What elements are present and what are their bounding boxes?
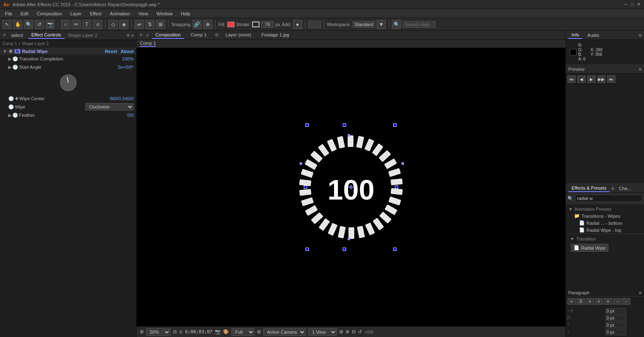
wipe-direction-select[interactable]: Clockwise Counterclockwise: [85, 103, 134, 111]
preview-last-btn[interactable]: ⏭: [607, 75, 615, 83]
stroke-swatch[interactable]: [252, 22, 260, 27]
quality-select[interactable]: Full Half Third: [231, 328, 255, 336]
time-icon[interactable]: ⧖: [179, 329, 183, 335]
workspace-value[interactable]: Standard: [353, 21, 375, 28]
menu-layer[interactable]: Layer: [67, 10, 85, 17]
workspace-dropdown[interactable]: ▼: [377, 20, 386, 29]
effect-reset-btn[interactable]: Reset: [105, 49, 117, 54]
tool-move[interactable]: ✋: [13, 20, 22, 29]
tab-composition[interactable]: Composition: [152, 31, 184, 39]
info-menu-icon[interactable]: ≡: [639, 33, 642, 38]
menu-animation[interactable]: Animation: [106, 10, 133, 17]
grid-icon[interactable]: ⊞: [140, 329, 144, 335]
tab-layer[interactable]: Layer (none): [222, 31, 255, 39]
transition-badge[interactable]: 📄 Radial Wipe: [571, 244, 608, 252]
tool-roto[interactable]: ◈: [119, 20, 128, 29]
effect-vis-icon[interactable]: ◉: [9, 48, 13, 54]
tab-footage[interactable]: Footage 1.jpg: [258, 31, 292, 39]
indent-left-btn[interactable]: ←: [622, 298, 630, 305]
effect-about-btn[interactable]: About: [120, 49, 134, 54]
snapping-toggle[interactable]: 🔗: [192, 20, 202, 29]
tool-camera[interactable]: 📷: [46, 20, 55, 29]
prop-expand-2[interactable]: ▶: [8, 65, 12, 70]
prop-expand-1[interactable]: ▶: [8, 56, 12, 62]
prop-expand-feather[interactable]: ▶: [8, 113, 12, 118]
transitions-wipes-folder[interactable]: 📁 Transitions - Wipes: [566, 212, 644, 219]
color-icon[interactable]: 🎨: [223, 329, 229, 335]
prop-clock-1[interactable]: 🕐: [12, 56, 18, 62]
add-btn[interactable]: ●: [293, 20, 302, 29]
comp-flowchart-icon[interactable]: ⊕: [346, 329, 349, 335]
stroke-value[interactable]: 76: [261, 21, 274, 28]
comp1-tab[interactable]: Comp 1: [140, 41, 156, 47]
space-after-input[interactable]: [606, 329, 626, 335]
tab-info[interactable]: Info: [568, 31, 582, 39]
comp-mini-icon[interactable]: ⊟: [352, 329, 356, 335]
prop-val-transition[interactable]: 100%: [122, 56, 134, 61]
tab-effects-presets[interactable]: Effects & Presets: [568, 185, 610, 192]
comp-close-icon[interactable]: ✕: [139, 32, 143, 38]
close-btn[interactable]: ✕: [637, 2, 641, 7]
panel-menu-icon[interactable]: ≡: [127, 33, 129, 38]
tool-pin[interactable]: ◇: [108, 20, 118, 29]
panel-tab-effect-controls[interactable]: Effect Controls: [28, 31, 65, 39]
panel-close-icon[interactable]: ✕: [2, 32, 6, 38]
prop-clock-2[interactable]: 🕐: [12, 65, 18, 70]
preview-menu-icon[interactable]: ≡: [639, 67, 642, 72]
prop-clock-5[interactable]: 🕐: [12, 113, 18, 118]
space-before-input[interactable]: [606, 322, 626, 328]
tool-align[interactable]: ⇌: [135, 20, 144, 29]
transparency-icon[interactable]: ⊞: [257, 329, 261, 335]
menu-composition[interactable]: Composition: [34, 10, 65, 17]
angle-dial[interactable]: [60, 75, 77, 91]
maximize-btn[interactable]: □: [631, 2, 634, 7]
refresh-icon[interactable]: ↺: [358, 329, 362, 335]
menu-effect[interactable]: Effect: [87, 10, 105, 17]
view-options-icon[interactable]: ⊞: [339, 329, 343, 335]
prop-val-wipecenter[interactable]: 960/0,540/0: [110, 96, 134, 101]
menu-help[interactable]: Help: [178, 10, 194, 17]
menu-file[interactable]: File: [2, 10, 16, 17]
view-select[interactable]: 1 View 2 Views: [308, 328, 337, 336]
snapping-btn2[interactable]: ⊕: [203, 20, 212, 29]
tool-pen[interactable]: ✏: [72, 20, 81, 29]
indent-right-input[interactable]: [606, 308, 626, 314]
justify-all-btn[interactable]: ≡: [604, 298, 612, 305]
tool-dist[interactable]: ⇅: [145, 20, 154, 29]
tool-select[interactable]: ↖: [2, 20, 12, 29]
effects-menu-icon[interactable]: ≡: [611, 186, 614, 191]
tool-3d[interactable]: ⊞: [156, 20, 165, 29]
tool-clone[interactable]: ⎋: [93, 20, 102, 29]
indent-right-btn[interactable]: →: [613, 298, 621, 305]
prop-val-startangle[interactable]: 0x+0/0°: [118, 65, 134, 70]
preview-play-btn[interactable]: ▶: [587, 75, 596, 83]
camera-select[interactable]: Active Camera: [263, 328, 306, 336]
comp-settings-icon[interactable]: ⚙: [215, 32, 219, 38]
radial-bottom-item[interactable]: 📄 Radial ... - bottom: [566, 219, 644, 226]
radial-top-item[interactable]: 📄 Radial Wipe - top: [566, 226, 644, 233]
search-icon[interactable]: 🔍: [392, 20, 401, 29]
panel-expand-icon[interactable]: »: [131, 33, 134, 38]
justify-btn[interactable]: ≡: [595, 298, 603, 305]
align-right-btn[interactable]: ≡: [586, 298, 594, 305]
tool-rotate[interactable]: ↺: [35, 20, 44, 29]
anim-presets-expand[interactable]: ▼: [568, 207, 573, 212]
transition-expand[interactable]: ▼: [570, 236, 574, 241]
align-center-btn[interactable]: ☰: [577, 298, 585, 305]
fill-swatch[interactable]: [227, 22, 235, 27]
preview-next-btn[interactable]: ▶▶: [597, 75, 606, 83]
minimize-btn[interactable]: ─: [625, 2, 628, 7]
zoom-select[interactable]: 50% 100% 25%: [146, 328, 171, 336]
zoom-fit-icon[interactable]: ⊟: [173, 329, 177, 335]
tool-zoom[interactable]: 🔍: [24, 20, 33, 29]
current-time-display[interactable]: 0;00;03;07: [185, 329, 212, 335]
tool-text[interactable]: T: [82, 20, 91, 29]
effects-search-input[interactable]: [575, 195, 642, 202]
prop-clock-3[interactable]: 🕐: [8, 96, 14, 101]
search-input[interactable]: [403, 21, 436, 28]
prop-clock-4[interactable]: 🕐: [8, 104, 14, 110]
menu-window[interactable]: Window: [153, 10, 176, 17]
snapshot-icon[interactable]: 📷: [215, 329, 221, 335]
menu-view[interactable]: View: [135, 10, 151, 17]
tab-chars[interactable]: Cha...: [616, 185, 634, 192]
